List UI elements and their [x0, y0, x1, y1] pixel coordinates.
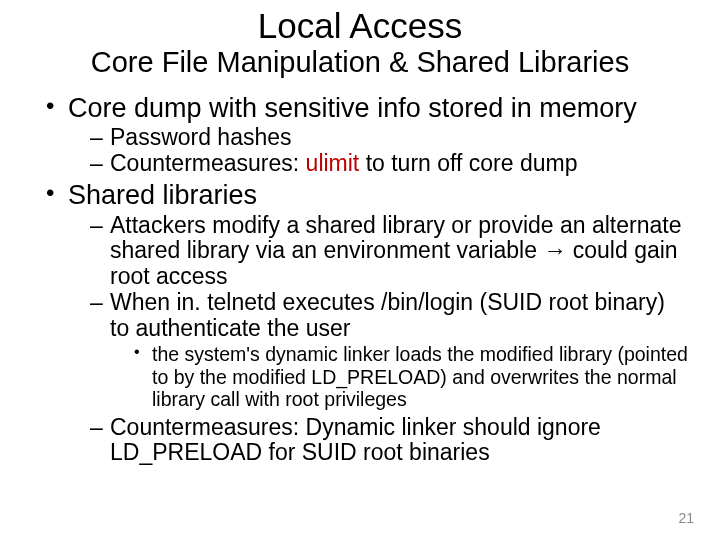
slide-title: Local Access — [30, 8, 690, 45]
text-part: Countermeasures: — [110, 414, 306, 440]
bullet-telnetd: When in. telnetd executes /bin/login (SU… — [90, 290, 690, 411]
sublist: Password hashes Countermeasures: ulimit … — [68, 125, 690, 177]
sub-sublist: the system's dynamic linker loads the mo… — [110, 343, 690, 410]
arrow-icon: → — [543, 237, 566, 263]
text-part: to turn off core dump — [359, 150, 577, 176]
bullet-list: Core dump with sensitive info stored in … — [30, 93, 690, 466]
text-part: Countermeasures: — [110, 150, 306, 176]
sublist: Attackers modify a shared library or pro… — [68, 213, 690, 467]
bullet-text: Core dump with sensitive info stored in … — [68, 93, 637, 123]
text-part: When in. telnetd executes /bin/login (SU… — [110, 289, 665, 341]
page-number: 21 — [678, 510, 694, 526]
bullet-text: Shared libraries — [68, 180, 257, 210]
slide-subtitle: Core File Manipulation & Shared Librarie… — [30, 47, 690, 79]
bullet-countermeasure-linker: Countermeasures: Dynamic linker should i… — [90, 415, 690, 467]
bullet-attackers-modify: Attackers modify a shared library or pro… — [90, 213, 690, 290]
bullet-countermeasure-ulimit: Countermeasures: ulimit to turn off core… — [90, 151, 690, 177]
bullet-password-hashes: Password hashes — [90, 125, 690, 151]
bullet-shared-libraries: Shared libraries Attackers modify a shar… — [46, 180, 690, 466]
bullet-dynamic-linker-loads: the system's dynamic linker loads the mo… — [134, 343, 690, 410]
text-ulimit: ulimit — [306, 150, 360, 176]
bullet-core-dump: Core dump with sensitive info stored in … — [46, 93, 690, 177]
slide: Local Access Core File Manipulation & Sh… — [0, 0, 720, 540]
